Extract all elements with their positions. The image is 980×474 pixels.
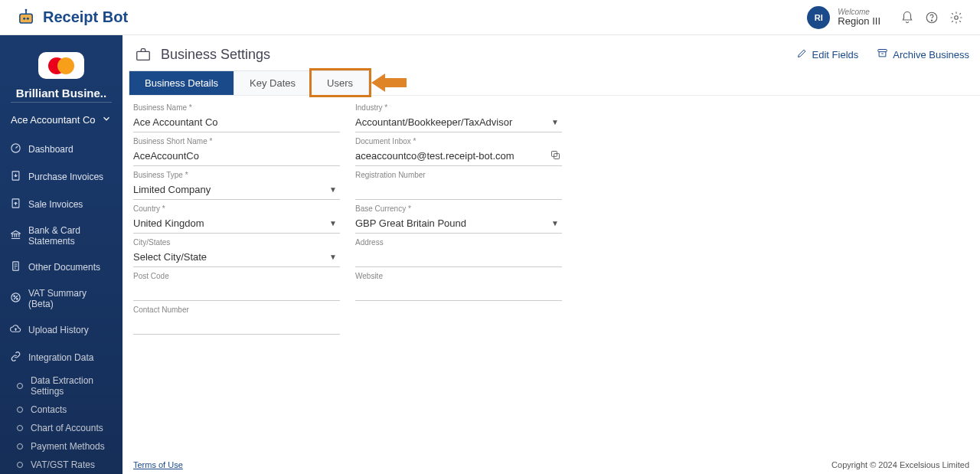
main-content: Business Settings Edit Fields Archive Bu… — [122, 35, 980, 474]
svg-rect-0 — [20, 14, 32, 23]
contact-number-field: Contact Number — [133, 306, 340, 335]
archive-icon — [877, 47, 888, 61]
sidebar-item-upload-history[interactable]: Upload History — [0, 316, 122, 344]
sidebar-sub-label: Chart of Accounts — [31, 423, 103, 433]
svg-marker-16 — [371, 74, 407, 92]
sidebar-item-label: Bank & Card Statements — [28, 225, 113, 247]
sidebar: Brilliant Busine.. Ace Accountant Co Das… — [0, 35, 122, 474]
tabs: Business Details Key Dates Users — [129, 70, 980, 96]
short-name-input[interactable] — [133, 147, 340, 166]
registration-number-field: Registration Number — [355, 171, 562, 200]
sidebar-item-sale-invoices[interactable]: Sale Invoices — [0, 191, 122, 218]
gear-icon[interactable] — [948, 9, 965, 26]
edit-fields-button[interactable]: Edit Fields — [796, 47, 859, 61]
website-input[interactable] — [355, 282, 562, 301]
field-label: Website — [355, 272, 562, 280]
page-header: Business Settings Edit Fields Archive Bu… — [122, 35, 980, 70]
sidebar-item-bank-statements[interactable]: Bank & Card Statements — [0, 218, 122, 253]
invoice-up-icon — [9, 198, 21, 211]
svg-rect-15 — [878, 50, 887, 52]
registration-number-input[interactable] — [355, 181, 562, 200]
sidebar-item-label: Upload History — [28, 325, 89, 335]
account-selector-label: Ace Accountant Co — [11, 114, 96, 126]
contact-number-input[interactable] — [133, 315, 340, 335]
svg-point-12 — [13, 296, 15, 297]
field-label: Business Short Name * — [133, 137, 340, 145]
sidebar-sub-payment-methods[interactable]: Payment Methods — [0, 437, 122, 456]
sidebar-sub-label: Payment Methods — [31, 441, 105, 452]
circle-icon — [17, 407, 23, 413]
sidebar-item-label: VAT Summary (Beta) — [28, 288, 113, 309]
business-details-form: Business Name * Industry * ▼ Business Sh… — [122, 96, 980, 347]
base-currency-select[interactable] — [355, 214, 562, 234]
bank-icon — [9, 229, 21, 243]
industry-select[interactable] — [355, 113, 562, 132]
circle-icon — [17, 462, 23, 468]
field-label: Base Currency * — [355, 204, 562, 213]
percent-icon — [9, 292, 21, 306]
invoice-down-icon — [9, 170, 21, 184]
archive-business-label: Archive Business — [893, 49, 969, 60]
topbar: Receipt Bot RI Welcome Region III — [0, 0, 980, 35]
terms-link[interactable]: Terms of Use — [133, 460, 183, 469]
welcome-block: Welcome Region III — [838, 8, 880, 27]
sidebar-sub-contacts[interactable]: Contacts — [0, 400, 122, 419]
edit-fields-label: Edit Fields — [812, 49, 859, 60]
brand-logo[interactable]: Receipt Bot — [15, 7, 128, 28]
country-select[interactable] — [133, 214, 340, 234]
sidebar-sub-data-extraction[interactable]: Data Extraction Settings — [0, 371, 122, 400]
sidebar-item-label: Purchase Invoices — [28, 172, 103, 182]
field-label: Business Type * — [133, 171, 340, 179]
copyright-text: Copyright © 2024 Excelsious Limited — [831, 460, 969, 469]
circle-icon — [17, 383, 23, 389]
copy-icon[interactable] — [550, 149, 562, 162]
tab-users[interactable]: Users — [312, 70, 369, 95]
city-select[interactable] — [133, 248, 340, 267]
address-field: Address — [355, 238, 562, 267]
industry-field: Industry * ▼ — [355, 103, 562, 132]
circle-icon — [17, 425, 23, 431]
document-icon — [9, 260, 21, 274]
field-label: Contact Number — [133, 306, 340, 314]
account-selector[interactable]: Ace Accountant Co — [0, 109, 122, 136]
country-field: Country * ▼ — [133, 204, 340, 234]
sidebar-item-label: Sale Invoices — [28, 199, 83, 210]
business-name-display: Brilliant Busine.. — [0, 87, 122, 102]
business-type-select[interactable] — [133, 181, 340, 200]
field-label: Country * — [133, 204, 340, 213]
document-inbox-input[interactable] — [355, 147, 562, 166]
business-name-input[interactable] — [133, 113, 340, 132]
sidebar-item-dashboard[interactable]: Dashboard — [0, 136, 122, 163]
avatar[interactable]: RI — [807, 6, 830, 29]
postcode-input[interactable] — [133, 282, 340, 301]
briefcase-icon — [133, 46, 153, 63]
tab-key-dates[interactable]: Key Dates — [234, 70, 312, 95]
tab-business-details[interactable]: Business Details — [129, 70, 234, 95]
field-label: Document Inbox * — [355, 137, 562, 145]
postcode-field: Post Code — [133, 272, 340, 301]
archive-business-button[interactable]: Archive Business — [877, 47, 969, 61]
bell-icon[interactable] — [899, 9, 916, 26]
svg-point-6 — [955, 15, 959, 19]
business-logo[interactable] — [38, 52, 84, 79]
tab-label: Business Details — [145, 77, 218, 89]
base-currency-field: Base Currency * ▼ — [355, 204, 562, 234]
sidebar-item-purchase-invoices[interactable]: Purchase Invoices — [0, 163, 122, 191]
footer: Terms of Use Copyright © 2024 Excelsious… — [122, 456, 980, 474]
brand-name: Receipt Bot — [43, 8, 128, 26]
sidebar-item-vat-summary[interactable]: VAT Summary (Beta) — [0, 281, 122, 316]
sidebar-item-other-documents[interactable]: Other Documents — [0, 253, 122, 281]
sidebar-sub-label: VAT/GST Rates — [31, 459, 95, 470]
sidebar-divider — [11, 102, 112, 103]
address-input[interactable] — [355, 248, 562, 267]
help-icon[interactable] — [923, 9, 940, 26]
sidebar-sub-chart-of-accounts[interactable]: Chart of Accounts — [0, 419, 122, 437]
sidebar-sub-vat-rates[interactable]: VAT/GST Rates — [0, 456, 122, 474]
business-name-field: Business Name * — [133, 103, 340, 132]
svg-rect-14 — [137, 51, 150, 60]
sidebar-item-integration-data[interactable]: Integration Data — [0, 344, 122, 371]
document-inbox-field: Document Inbox * — [355, 137, 562, 166]
tab-label: Users — [327, 77, 353, 89]
dashboard-icon — [9, 142, 21, 156]
field-label: Industry * — [355, 103, 562, 112]
